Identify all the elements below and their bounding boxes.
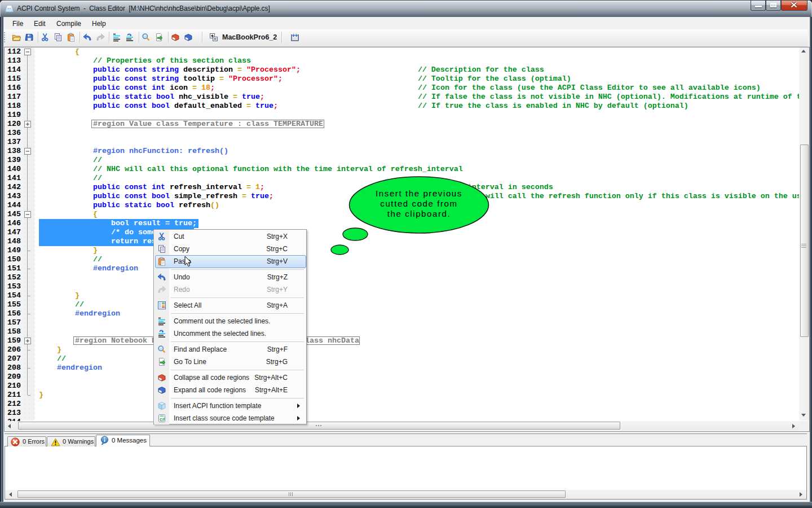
svg-text:c#: c# — [160, 417, 165, 422]
